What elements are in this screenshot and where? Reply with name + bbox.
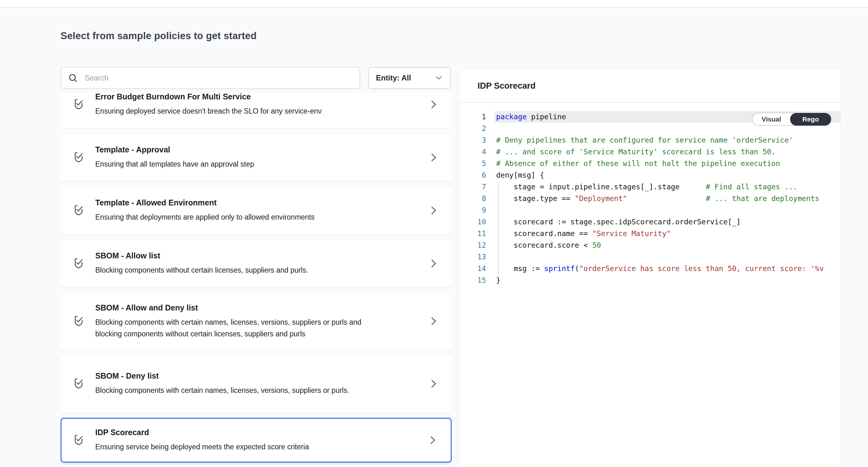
policy-card-body: IDP ScorecardEnsuring service being depl… — [95, 428, 385, 453]
policy-title: Template - Approval — [95, 145, 385, 155]
line-number: 12 — [459, 239, 486, 251]
line-content — [494, 251, 840, 263]
line-content: deny[msg] { — [494, 170, 840, 181]
policy-card[interactable]: SBOM - Allow listBlocking components wit… — [61, 240, 452, 287]
code-line: 9 — [459, 204, 840, 216]
code-line: 14 msg := sprintf("orderService has scor… — [459, 263, 840, 274]
policy-description: Ensuring that deployments are applied on… — [95, 211, 385, 223]
line-number: 13 — [459, 251, 486, 263]
policy-title: IDP Scorecard — [95, 428, 385, 437]
policy-card[interactable]: SBOM - Deny listBlocking components with… — [61, 355, 452, 412]
policy-list-inner: Error Budget Burndown For Multi ServiceE… — [61, 92, 452, 463]
code-line: 7 stage = input.pipeline.stages[_].stage… — [459, 181, 840, 193]
shield-check-icon — [72, 376, 86, 391]
code-line: 13 — [459, 251, 840, 263]
code-line: 5# Absence of either of these will not h… — [459, 158, 840, 170]
shield-check-icon — [72, 150, 86, 165]
policy-card[interactable]: Template - ApprovalEnsuring that all tem… — [61, 134, 452, 181]
line-number: 5 — [459, 158, 486, 170]
policy-title: Error Budget Burndown For Multi Service — [95, 92, 385, 101]
line-content: msg := sprintf("orderService has score l… — [494, 263, 840, 274]
line-content: stage = input.pipeline.stages[_].stage #… — [494, 181, 840, 193]
code-line: 3# Deny pipelines that are configured fo… — [459, 135, 840, 146]
code-line: 11 scorecard.name == "Service Maturity" — [459, 228, 840, 239]
line-number: 3 — [459, 135, 486, 146]
policy-card-body: SBOM - Allow listBlocking components wit… — [95, 251, 385, 276]
line-content: # Absence of either of these will not ha… — [494, 158, 840, 170]
chevron-right-icon — [428, 258, 439, 269]
top-bar — [0, 0, 868, 7]
entity-filter-dropdown[interactable]: Entity: All — [368, 67, 451, 89]
line-content: # ... and score of 'Service Maturity' sc… — [494, 146, 840, 158]
search-box[interactable] — [61, 67, 360, 89]
policy-description: Blocking components with certain names, … — [95, 317, 385, 340]
code-line: 6deny[msg] { — [459, 170, 840, 181]
chevron-right-icon — [428, 316, 439, 327]
code-line: 4# ... and score of 'Service Maturity' s… — [459, 146, 840, 158]
search-icon — [67, 72, 78, 83]
chevron-right-icon — [427, 435, 438, 446]
line-content: } — [494, 274, 840, 286]
policy-title: SBOM - Allow list — [95, 251, 385, 261]
visual-toggle-button[interactable]: Visual — [752, 113, 790, 125]
chevron-right-icon — [428, 378, 439, 389]
shield-check-icon — [72, 203, 86, 218]
policy-title: SBOM - Allow and Deny list — [95, 303, 385, 313]
policy-description: Ensuring service being deployed meets th… — [95, 441, 385, 453]
chevron-right-icon — [428, 99, 439, 110]
line-number: 11 — [459, 228, 486, 239]
policy-description: Blocking components with certain names, … — [95, 385, 385, 396]
shield-check-icon — [72, 433, 86, 447]
entity-filter-label: Entity: All — [376, 74, 434, 82]
line-number: 2 — [459, 123, 486, 135]
line-number: 8 — [459, 193, 486, 204]
policy-title: SBOM - Deny list — [95, 371, 385, 381]
policy-description: Ensuring that all templates have an appr… — [95, 158, 385, 170]
shield-check-icon — [72, 256, 86, 271]
view-mode-toggle[interactable]: Visual Rego — [752, 113, 831, 126]
code-line: 8 stage.type == "Deployment" # ... that … — [459, 193, 840, 204]
chevron-right-icon — [428, 205, 439, 216]
preview-title: IDP Scorecard — [477, 81, 840, 91]
code-editor[interactable]: 1package pipeline23# Deny pipelines that… — [459, 103, 840, 458]
shield-check-icon — [72, 97, 86, 112]
policy-card-body: SBOM - Deny listBlocking components with… — [95, 371, 385, 396]
line-content: # Deny pipelines that are configured for… — [494, 135, 840, 146]
search-input[interactable] — [84, 73, 353, 83]
code-line: 12 scorecard.score < 50 — [459, 239, 840, 251]
line-number: 15 — [459, 274, 486, 286]
line-number: 1 — [459, 111, 486, 123]
code-line: 15} — [459, 274, 840, 286]
line-content: scorecard := stage.spec.idpScorecard.ord… — [494, 216, 840, 228]
line-number: 10 — [459, 216, 486, 228]
policy-card[interactable]: Error Budget Burndown For Multi ServiceE… — [61, 92, 452, 128]
line-number: 9 — [459, 204, 486, 216]
page-title: Select from sample policies to get start… — [61, 30, 257, 42]
policy-card-body: SBOM - Allow and Deny listBlocking compo… — [95, 303, 385, 340]
line-number: 4 — [459, 146, 486, 158]
policy-card[interactable]: SBOM - Allow and Deny listBlocking compo… — [61, 293, 452, 350]
line-number: 7 — [459, 181, 486, 193]
line-content: scorecard.name == "Service Maturity" — [494, 228, 840, 239]
chevron-right-icon — [428, 152, 439, 163]
policy-card-body: Template - ApprovalEnsuring that all tem… — [95, 145, 385, 170]
policy-description: Blocking components without certain lice… — [95, 264, 385, 276]
policy-card[interactable]: Template - Allowed EnvironmentEnsuring t… — [61, 187, 452, 234]
chevron-down-icon — [434, 73, 443, 83]
code-line: 10 scorecard := stage.spec.idpScorecard.… — [459, 216, 840, 228]
code-lines: 1package pipeline23# Deny pipelines that… — [459, 111, 840, 286]
rego-toggle-button[interactable]: Rego — [790, 113, 831, 125]
line-content: scorecard.score < 50 — [494, 239, 840, 251]
line-number: 14 — [459, 263, 486, 274]
line-number: 6 — [459, 170, 486, 181]
line-content: stage.type == "Deployment" # ... that ar… — [494, 193, 840, 204]
policy-list[interactable]: Error Budget Burndown For Multi ServiceE… — [61, 92, 452, 467]
policy-card-body: Error Budget Burndown For Multi ServiceE… — [95, 92, 385, 117]
policy-card-body: Template - Allowed EnvironmentEnsuring t… — [95, 198, 385, 223]
policy-preview-panel: IDP Scorecard 1package pipeline23# Deny … — [459, 69, 841, 467]
policy-title: Template - Allowed Environment — [95, 198, 385, 208]
policy-description: Ensuring deployed service doesn't breach… — [95, 106, 385, 117]
policy-card[interactable]: IDP ScorecardEnsuring service being depl… — [61, 418, 452, 463]
shield-check-icon — [72, 314, 86, 328]
line-content — [494, 204, 840, 216]
